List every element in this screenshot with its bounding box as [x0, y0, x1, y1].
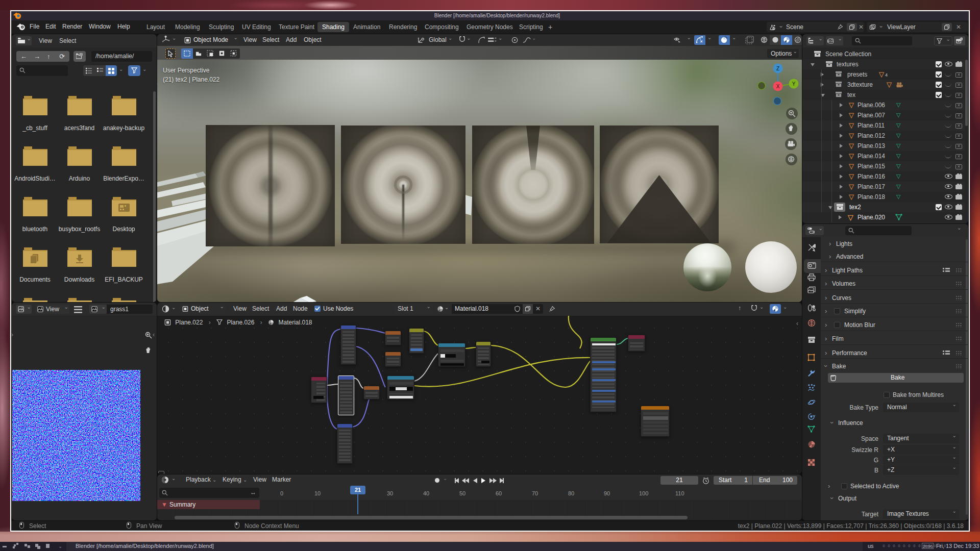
svg-text:Y: Y	[792, 81, 796, 87]
svg-text:Z: Z	[776, 66, 779, 71]
svg-text:X: X	[776, 84, 780, 89]
